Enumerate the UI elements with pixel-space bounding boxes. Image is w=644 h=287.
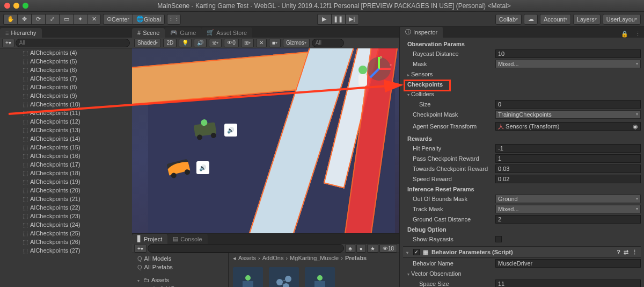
lock-icon[interactable]: 🔒: [618, 31, 632, 38]
inspector-tab[interactable]: ⓘInspector: [400, 27, 443, 38]
colliders-size-input[interactable]: [495, 100, 641, 109]
hierarchy-item[interactable]: ⬚AICheckpoints (18): [0, 169, 132, 177]
scale-tool-button[interactable]: ⤢: [45, 14, 59, 25]
speed-reward-input[interactable]: [495, 175, 641, 183]
kart-object[interactable]: [189, 117, 220, 142]
hierarchy-item[interactable]: ⬚AICheckpoints (5): [0, 57, 132, 66]
pass-checkpoint-reward-input[interactable]: [495, 154, 641, 163]
vector-observation-foldout[interactable]: [407, 270, 411, 277]
ground-cast-distance-input[interactable]: [495, 215, 641, 224]
prefab-asset[interactable]: [305, 267, 335, 287]
project-tree-item[interactable]: QAll Models: [132, 254, 228, 263]
project-tree-item[interactable]: QAll Prefabs: [132, 263, 228, 271]
scene-tab[interactable]: #Scene: [132, 28, 165, 38]
hierarchy-item[interactable]: ⬚AICheckpoints (26): [0, 238, 132, 246]
hierarchy-item[interactable]: ⬚AICheckpoints (16): [0, 152, 132, 160]
layout-dropdown[interactable]: UserLayou ▾: [603, 14, 641, 25]
2d-toggle[interactable]: 2D: [163, 39, 177, 47]
hierarchy-item[interactable]: ⬚AICheckpoints (8): [0, 83, 132, 91]
prefab-asset[interactable]: [269, 267, 299, 287]
hierarchy-item[interactable]: ⬚AICheckpoints (20): [0, 186, 132, 195]
step-button[interactable]: ▶|: [345, 14, 359, 25]
hierarchy-tab[interactable]: ≡Hierarchy: [0, 28, 42, 38]
towards-checkpoint-reward-input[interactable]: [495, 164, 641, 173]
hierarchy-search-input[interactable]: [16, 39, 130, 47]
move-tool-button[interactable]: ✥: [17, 14, 31, 25]
hierarchy-item[interactable]: ⬚AICheckpoints (24): [0, 220, 132, 229]
checkpoint-mask-dropdown[interactable]: TrainingCheckpoints▾: [495, 110, 641, 119]
help-icon[interactable]: ?: [617, 249, 620, 255]
transform-tool-button[interactable]: ✦: [73, 14, 87, 25]
raycast-distance-input[interactable]: [495, 49, 641, 58]
collab-dropdown[interactable]: Collab ▾: [495, 14, 522, 25]
close-window-icon[interactable]: [4, 3, 10, 9]
hierarchy-item[interactable]: ⬚AICheckpoints (14): [0, 134, 132, 143]
lighting-toggle[interactable]: 💡: [179, 39, 192, 47]
gizmos-dropdown[interactable]: Gizmos ▾: [283, 39, 310, 47]
menu-icon[interactable]: ⋮: [632, 249, 638, 256]
hierarchy-item[interactable]: ⬚AICheckpoints (10): [0, 100, 132, 109]
tools-toggle[interactable]: ✕: [256, 39, 267, 47]
project-tree-item[interactable]: 🗀AddOns: [132, 284, 228, 287]
hierarchy-item[interactable]: ⬚AICheckpoints (6): [0, 66, 132, 74]
orientation-gizmo[interactable]: x y: [363, 53, 395, 85]
snap-button[interactable]: ⋮⋮: [167, 14, 181, 25]
scene-camera-toggle[interactable]: ⊞▾: [241, 39, 254, 47]
space-toggle-button[interactable]: 🌐Global: [133, 14, 165, 25]
hit-penalty-input[interactable]: [495, 144, 641, 153]
preset-icon[interactable]: ⇄: [624, 249, 628, 256]
behavior-name-input[interactable]: [495, 259, 641, 268]
console-tab[interactable]: ▤Console: [167, 234, 207, 244]
fx-toggle[interactable]: ※▾: [209, 39, 222, 47]
space-size-input[interactable]: [495, 279, 641, 288]
pivot-toggle-button[interactable]: ⊙Center: [103, 14, 133, 25]
track-mask-dropdown[interactable]: Mixed...▾: [495, 205, 641, 213]
scene-view[interactable]: 🔊 🔊 x y: [132, 48, 399, 233]
scene-search-input[interactable]: [312, 39, 344, 47]
colliders-foldout[interactable]: [407, 91, 411, 97]
filter-type-button[interactable]: ●: [356, 244, 366, 253]
audio-gizmo-icon[interactable]: 🔊: [224, 124, 237, 137]
audio-gizmo-icon[interactable]: 🔊: [196, 161, 209, 174]
project-create-button[interactable]: +▾: [134, 244, 147, 253]
show-raycasts-checkbox[interactable]: [495, 236, 502, 242]
project-breadcrumb[interactable]: ◂ Assets› AddOns› MgKarting_Muscle› Pref…: [229, 253, 399, 263]
rotate-tool-button[interactable]: ⟳: [31, 14, 45, 25]
create-button[interactable]: +▾: [2, 39, 14, 47]
hierarchy-item[interactable]: ⬚AICheckpoints (7): [0, 74, 132, 83]
hierarchy-item[interactable]: ⬚AICheckpoints (17): [0, 160, 132, 169]
hierarchy-item[interactable]: ⬚AICheckpoints (22): [0, 203, 132, 212]
cloud-button[interactable]: ☁: [524, 14, 538, 25]
layers-dropdown[interactable]: Layers ▾: [573, 14, 601, 25]
hierarchy-item[interactable]: ⬚AICheckpoints (4): [0, 48, 132, 57]
asset-grid[interactable]: [229, 263, 399, 287]
asset-store-tab[interactable]: 🛒Asset Store: [201, 27, 252, 38]
hierarchy-item[interactable]: ⬚AICheckpoints (27): [0, 246, 132, 255]
hierarchy-item[interactable]: ⬚AICheckpoints (9): [0, 91, 132, 100]
hierarchy-list[interactable]: ⬚AICheckpoints (4)⬚AICheckpoints (5)⬚AIC…: [0, 48, 132, 287]
hierarchy-item[interactable]: ⬚AICheckpoints (25): [0, 229, 132, 238]
hierarchy-item[interactable]: ⬚AICheckpoints (19): [0, 177, 132, 186]
camera-toggle[interactable]: ■▾: [269, 39, 281, 47]
hidden-count-badge[interactable]: 👁18: [379, 244, 397, 253]
hierarchy-item[interactable]: ⬚AICheckpoints (23): [0, 212, 132, 220]
play-button[interactable]: ▶: [317, 14, 331, 25]
hierarchy-item[interactable]: ⬚AICheckpoints (15): [0, 143, 132, 152]
rect-tool-button[interactable]: ▭: [59, 14, 73, 25]
custom-tool-button[interactable]: ✕: [87, 14, 101, 25]
agent-sensor-transform-field[interactable]: 人 Sensors (Transform)◉: [495, 122, 641, 131]
maximize-window-icon[interactable]: [23, 3, 28, 9]
hand-tool-button[interactable]: ✋: [3, 14, 17, 25]
prefab-asset[interactable]: [233, 267, 263, 287]
menu-icon[interactable]: ⋮: [632, 31, 644, 38]
mask-dropdown[interactable]: Mixed...▾: [495, 60, 641, 68]
shading-mode-dropdown[interactable]: Shaded ▾: [134, 39, 161, 47]
filter-label-button[interactable]: ★: [367, 244, 378, 253]
sensors-foldout[interactable]: [407, 71, 411, 77]
out-of-bounds-mask-dropdown[interactable]: Ground▾: [495, 195, 641, 203]
account-dropdown[interactable]: Account ▾: [540, 14, 571, 25]
hierarchy-item[interactable]: ⬚AICheckpoints (12): [0, 117, 132, 126]
object-picker-icon[interactable]: ◉: [633, 123, 638, 130]
hierarchy-item[interactable]: ⬚AICheckpoints (11): [0, 109, 132, 117]
game-tab[interactable]: 🎮Game: [165, 27, 201, 38]
